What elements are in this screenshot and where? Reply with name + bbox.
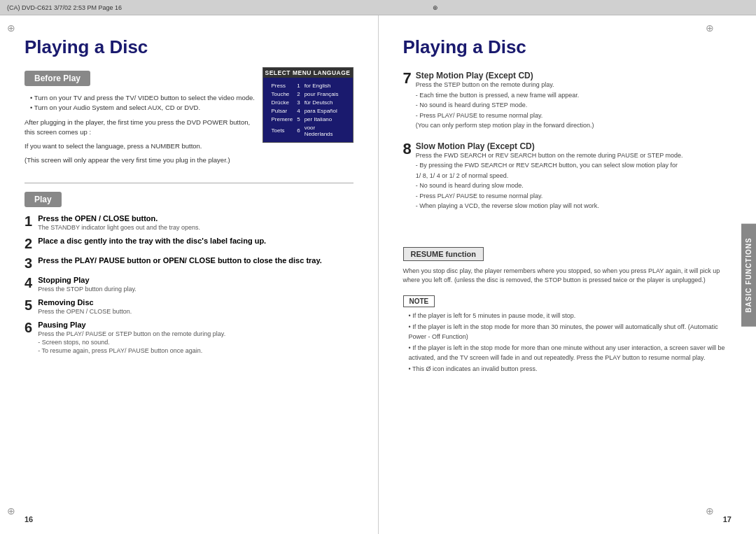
lang-row-6: Toets 6 voor Nederlands <box>270 124 346 137</box>
top-bar: (CA) DVD-C621 3/7/02 2:53 PM Page 16 ⊕ <box>0 0 756 15</box>
note-content: If the player is left for 5 minutes in p… <box>403 311 732 374</box>
registration-mark-top: ⊕ <box>433 4 438 11</box>
step-2-num: 2 <box>24 237 32 251</box>
lang-num-3: 3 <box>295 99 301 106</box>
step7-line4: (You can only perform step motion play i… <box>416 121 594 131</box>
step7-line3: - Press PLAY/ PAUSE to resume normal pla… <box>416 111 594 121</box>
page-number-left: 16 <box>24 515 33 524</box>
step-6-sub3: - To resume again, press PLAY/ PAUSE but… <box>38 347 202 354</box>
step-3-title: Press the PLAY/ PAUSE button or OPEN/ CL… <box>38 256 322 265</box>
lang-row-5: Premere 5 per Italiano <box>270 115 346 122</box>
divider <box>24 183 354 183</box>
select-menu-language-box: SELECT MENU LANGUAGE Press 1 for English… <box>262 67 354 143</box>
step8-line0: Press the FWD SEARCH or REV SEARCH butto… <box>416 151 683 161</box>
step-6: 6 Pausing Play Press the PLAY/ PAUSE or … <box>24 321 354 354</box>
left-page: ⊕ ⊕ Playing a Disc Before Play Turn on y… <box>0 15 379 534</box>
step8-line2: 1/ 8, 1/ 4 or 1/ 2 of normal speed. <box>416 171 683 181</box>
lang-num-5: 5 <box>295 115 301 122</box>
resume-section: RESUME function When you stop disc play,… <box>403 247 732 286</box>
resume-content: When you stop disc play, the player reme… <box>403 267 732 286</box>
step-6-sub1: Press the PLAY/ PAUSE or STEP button on … <box>38 330 225 337</box>
select-menu-table: Press 1 for English Touche 2 pour França… <box>269 80 347 139</box>
step-2: 2 Place a disc gently into the tray with… <box>24 237 354 251</box>
para-2: If you want to select the language, pres… <box>24 141 255 151</box>
para-3: (This screen will only appear the very f… <box>24 155 255 165</box>
right-step-8-num: 8 <box>403 141 412 157</box>
top-bar-center: ⊕ <box>122 4 749 11</box>
step7-line1: - Each time the button is pressed, a new… <box>416 91 594 101</box>
before-play-content: Turn on your TV and press the TV/ VIDEO … <box>24 93 255 166</box>
reg-mark-tl: ⊕ <box>7 22 15 34</box>
reg-mark-br: ⊕ <box>706 505 714 517</box>
step7-line0: Press the STEP button on the remote duri… <box>416 80 594 90</box>
step-1-sub: The STANDBY indicator light goes out and… <box>38 224 200 231</box>
lang-row-1: Press 1 for English <box>270 82 346 89</box>
step8-line4: - Press PLAY/ PAUSE to resume normal pla… <box>416 192 683 202</box>
step7-line2: - No sound is heard during STEP mode. <box>416 101 594 111</box>
play-section: Play 1 Press the OPEN / CLOSE button. Th… <box>24 192 354 354</box>
step-2-title: Place a disc gently into the tray with t… <box>38 237 266 245</box>
lang-num-4: 4 <box>295 107 301 114</box>
step-5: 5 Removing Disc Press the OPEN / CLOSE b… <box>24 298 354 315</box>
resume-label: RESUME function <box>403 247 484 261</box>
step-1-title: Press the OPEN / CLOSE button. <box>38 214 158 223</box>
lang-name-2: pour Français <box>303 90 346 97</box>
page-number-right: 17 <box>723 515 732 524</box>
right-page: ⊕ ⊕ Playing a Disc 7 Step Motion Play (E… <box>379 15 757 534</box>
lang-row-3: Drücke 3 für Deutsch <box>270 99 346 106</box>
reg-mark-bl: ⊕ <box>7 505 15 517</box>
right-step-7-num: 7 <box>403 71 412 86</box>
right-step-7-title: Step Motion Play (Except CD) <box>416 71 594 80</box>
right-step-8-body: Press the FWD SEARCH or REV SEARCH butto… <box>416 151 683 211</box>
note-bullet-1: If the player is left for 5 minutes in p… <box>409 311 732 321</box>
lang-key-2: Touche <box>270 90 295 97</box>
step-6-num: 6 <box>24 321 32 335</box>
note-bullet-3: If the player is left in the stop mode f… <box>409 344 732 363</box>
lang-num-6: 6 <box>295 124 301 137</box>
step-6-sub2: - Screen stops, no sound. <box>38 339 110 346</box>
side-tab-line2: FUNCTIONS <box>745 237 752 284</box>
lang-name-5: per Italiano <box>303 115 346 122</box>
right-page-title: Playing a Disc <box>403 36 732 58</box>
step-3: 3 Press the PLAY/ PAUSE button or OPEN/ … <box>24 256 354 270</box>
before-play-label: Before Play <box>24 71 90 86</box>
lang-key-5: Premere <box>270 115 295 122</box>
para-1: After plugging in the player, the first … <box>24 118 255 138</box>
side-tab: BASIC FUNCTIONS <box>741 223 756 326</box>
lang-key-1: Press <box>270 82 295 89</box>
pages-container: ⊕ ⊕ Playing a Disc Before Play Turn on y… <box>0 15 756 534</box>
bullet-2: Turn on your Audio System and select AUX… <box>30 103 255 113</box>
lang-key-3: Drücke <box>270 99 295 106</box>
reg-mark-tr: ⊕ <box>706 22 714 34</box>
play-label: Play <box>24 192 62 207</box>
step8-line5: - When playing a VCD, the reverse slow m… <box>416 202 683 211</box>
step-4-title: Stopping Play <box>38 276 89 284</box>
step-3-num: 3 <box>24 256 32 270</box>
bullet-1: Turn on your TV and press the TV/ VIDEO … <box>30 93 255 103</box>
lang-name-1: for English <box>303 82 346 89</box>
before-play-section: Before Play Turn on your TV and press th… <box>24 71 354 174</box>
note-bullet-2: If the player is left in the stop mode f… <box>409 323 732 342</box>
note-label: NOTE <box>403 295 435 307</box>
select-menu-title: SELECT MENU LANGUAGE <box>263 68 353 78</box>
lang-num-2: 2 <box>295 90 301 97</box>
step-1: 1 Press the OPEN / CLOSE button. The STA… <box>24 214 354 231</box>
lang-name-3: für Deutsch <box>303 99 346 106</box>
step-4-sub: Press the STOP button during play. <box>38 286 136 293</box>
side-tab-line1: BASIC <box>745 287 752 312</box>
step-5-num: 5 <box>24 298 32 312</box>
step8-line3: - No sound is heard during slow mode. <box>416 181 683 191</box>
note-bullet-4: This Ø icon indicates an invalid button … <box>409 365 732 374</box>
right-step-7-body: Press the STEP button on the remote duri… <box>416 80 594 131</box>
step-4: 4 Stopping Play Press the STOP button du… <box>24 276 354 293</box>
step-5-title: Removing Disc <box>38 298 93 307</box>
lang-name-6: voor Nederlands <box>303 124 346 137</box>
step-5-sub: Press the OPEN / CLOSE button. <box>38 308 132 315</box>
lang-name-4: para Español <box>303 107 346 114</box>
step8-line1: - By pressing the FWD SEARCH or REV SEAR… <box>416 161 683 171</box>
step-1-num: 1 <box>24 214 32 228</box>
top-bar-text: (CA) DVD-C621 3/7/02 2:53 PM Page 16 <box>7 4 122 11</box>
lang-key-4: Pulsar <box>270 107 295 114</box>
spacer <box>403 226 732 247</box>
lang-key-6: Toets <box>270 124 295 137</box>
